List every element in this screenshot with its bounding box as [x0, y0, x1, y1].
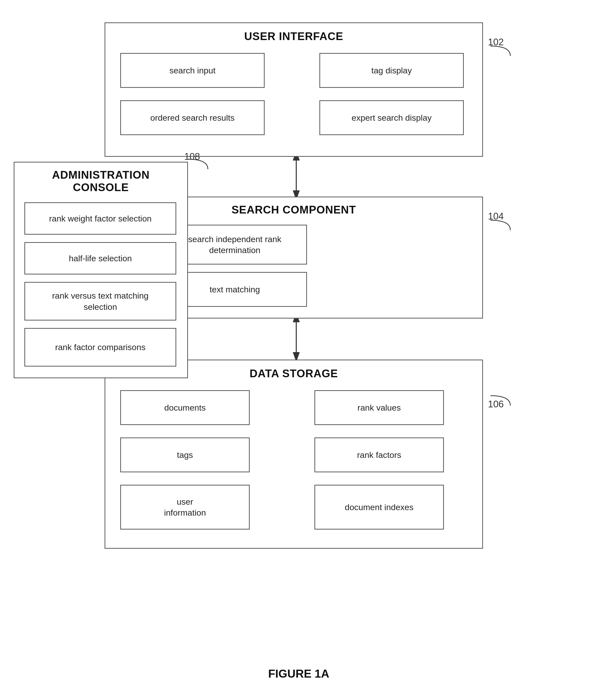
rank-weight-factor-box: rank weight factor selection — [24, 202, 176, 235]
half-life-selection-box: half-life selection — [24, 242, 176, 274]
document-indexes-box: document indexes — [314, 485, 444, 530]
rank-factor-comparisons-box: rank factor comparisons — [24, 328, 176, 367]
admin-outer-box: ADMINISTRATION CONSOLE rank weight facto… — [14, 162, 188, 378]
tag-display-box: tag display — [319, 53, 464, 88]
documents-box: documents — [120, 390, 250, 425]
rank-values-box: rank values — [314, 390, 444, 425]
ui-outer-box: USER INTERFACE search input tag display … — [105, 22, 483, 157]
search-input-box: search input — [120, 53, 265, 88]
ordered-search-results-box: ordered search results — [120, 100, 265, 135]
admin-title: ADMINISTRATION CONSOLE — [14, 169, 187, 194]
expert-search-display-box: expert search display — [319, 100, 464, 135]
rank-vs-text-box: rank versus text matching selection — [24, 282, 176, 321]
rank-factors-box: rank factors — [314, 437, 444, 472]
diagram: USER INTERFACE search input tag display … — [0, 0, 592, 700]
ref-104: 104 — [488, 211, 504, 222]
ui-title: USER INTERFACE — [105, 30, 482, 43]
data-outer-box: DATA STORAGE documents rank values tags … — [105, 360, 483, 549]
ref-106: 106 — [488, 399, 504, 410]
user-information-box: user information — [120, 485, 250, 530]
figure-label: FIGURE 1A — [237, 667, 361, 680]
tags-box: tags — [120, 437, 250, 472]
ref-108: 108 — [184, 151, 200, 162]
ref-102: 102 — [488, 37, 504, 48]
